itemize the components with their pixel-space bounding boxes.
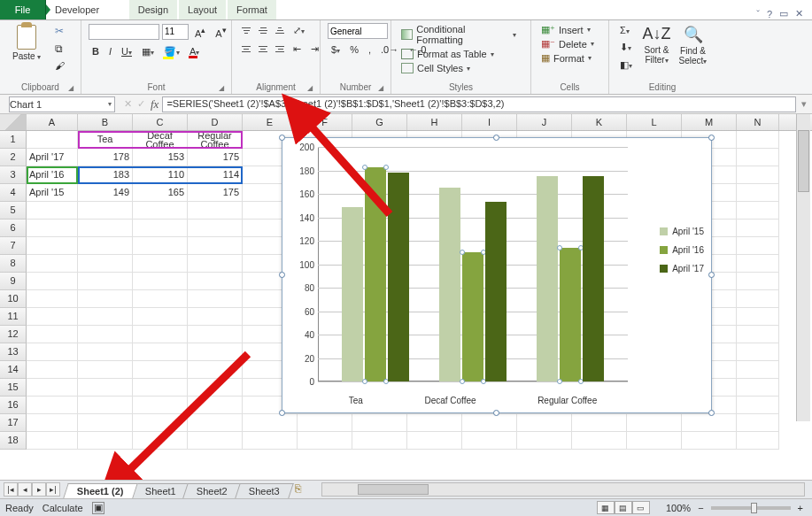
row-header-7[interactable]: 7 — [0, 237, 27, 255]
cell-D18[interactable] — [188, 432, 243, 450]
cell-D17[interactable] — [188, 414, 243, 432]
cell-D5[interactable] — [188, 202, 243, 219]
cut-button[interactable] — [51, 23, 68, 39]
cell-D11[interactable] — [188, 308, 243, 326]
expand-formula-bar-icon[interactable]: ▾ — [796, 98, 812, 110]
cell-A8[interactable] — [27, 255, 78, 273]
row-header-5[interactable]: 5 — [0, 202, 27, 219]
fx-icon[interactable]: fx — [151, 97, 159, 112]
cell-C1[interactable]: DecafCoffee — [133, 131, 188, 149]
cell-B15[interactable] — [78, 379, 133, 397]
cell-N3[interactable] — [737, 166, 779, 184]
horizontal-scrollbar[interactable] — [321, 482, 805, 497]
copy-button[interactable] — [51, 41, 68, 57]
row-header-16[interactable]: 16 — [0, 397, 27, 414]
legend-entry[interactable]: April '16 — [660, 245, 704, 255]
chart-tab-format[interactable]: Format — [228, 0, 276, 19]
conditional-formatting-button[interactable]: Conditional Formatting▾ — [398, 23, 523, 46]
cell-C17[interactable] — [133, 414, 188, 432]
cell-N14[interactable] — [737, 361, 779, 379]
cell-C11[interactable] — [133, 308, 188, 326]
cell-B6[interactable] — [78, 219, 133, 237]
first-sheet-button[interactable]: |◂ — [4, 482, 18, 497]
cell-F17[interactable] — [298, 414, 352, 432]
cell-A2[interactable]: April '17 — [27, 149, 78, 166]
cell-H18[interactable] — [407, 432, 462, 450]
comma-button[interactable]: , — [365, 42, 375, 57]
cell-C2[interactable]: 153 — [133, 149, 188, 166]
cell-A3[interactable]: April '16 — [27, 166, 78, 184]
ribbon-minimize-icon[interactable]: ˇ — [756, 9, 760, 19]
row-header-18[interactable]: 18 — [0, 432, 27, 450]
new-sheet-button[interactable]: ⎘ — [295, 482, 314, 497]
normal-view-button[interactable]: ▦ — [597, 501, 615, 514]
cell-N16[interactable] — [737, 397, 779, 414]
cell-B5[interactable] — [78, 202, 133, 219]
cell-B3[interactable]: 183 — [78, 166, 133, 184]
cell-N6[interactable] — [737, 219, 779, 237]
legend-entry[interactable]: April '17 — [660, 264, 704, 273]
cell-B10[interactable] — [78, 290, 133, 308]
cell-B1[interactable]: Tea — [78, 131, 133, 149]
row-header-8[interactable]: 8 — [0, 255, 27, 273]
cell-L17[interactable] — [627, 414, 682, 432]
cell-D8[interactable] — [188, 255, 243, 273]
cell-C9[interactable] — [133, 273, 188, 290]
shrink-font-button[interactable]: A▾ — [212, 23, 229, 41]
cell-N12[interactable] — [737, 326, 779, 343]
tab-developer[interactable]: Developer — [46, 0, 119, 19]
cell-A12[interactable] — [27, 326, 78, 343]
cell-D4[interactable]: 175 — [188, 184, 243, 202]
cell-C4[interactable]: 165 — [133, 184, 188, 202]
cell-A1[interactable] — [27, 131, 78, 149]
cell-N17[interactable] — [737, 414, 779, 432]
orientation-button[interactable]: ⤢▾ — [290, 23, 308, 38]
cell-D14[interactable] — [188, 361, 243, 379]
bar-Regular-Coffee-April-16[interactable] — [560, 248, 581, 381]
bar-Tea-April-15[interactable] — [342, 207, 363, 381]
bar-Tea-April-17[interactable] — [388, 173, 409, 381]
embedded-chart[interactable]: 020406080100120140160180200 TeaDecaf Cof… — [282, 137, 712, 413]
row-header-12[interactable]: 12 — [0, 326, 27, 343]
column-header-L[interactable]: L — [627, 114, 682, 130]
zoom-in-button[interactable]: + — [794, 501, 807, 515]
italic-button[interactable]: I — [105, 44, 115, 58]
row-header-11[interactable]: 11 — [0, 308, 27, 326]
cell-C10[interactable] — [133, 290, 188, 308]
cell-C3[interactable]: 110 — [133, 166, 188, 184]
page-break-view-button[interactable]: ▭ — [632, 501, 650, 514]
fill-color-button[interactable]: 🪣▾ — [160, 44, 183, 59]
cell-F18[interactable] — [298, 432, 352, 450]
cell-K18[interactable] — [572, 432, 627, 450]
vertical-scrollbar[interactable] — [796, 114, 810, 421]
insert-cells-button[interactable]: ▦⁺Insert▾ — [538, 23, 601, 36]
window-close-icon[interactable]: ✕ — [795, 8, 803, 19]
cell-B2[interactable]: 178 — [78, 149, 133, 166]
status-calculate[interactable]: Calculate — [43, 503, 83, 513]
delete-cells-button[interactable]: ▦⁻Delete▾ — [538, 37, 601, 50]
name-box[interactable]: Chart 1▾ — [9, 96, 115, 112]
cell-B17[interactable] — [78, 414, 133, 432]
align-middle-button[interactable] — [256, 24, 270, 37]
column-header-E[interactable]: E — [243, 114, 298, 130]
cell-E18[interactable] — [243, 432, 298, 450]
sheet-tab[interactable]: Sheet1 (2) — [63, 483, 137, 498]
cell-N7[interactable] — [737, 237, 779, 255]
cell-D12[interactable] — [188, 326, 243, 343]
number-format-select[interactable] — [328, 23, 388, 39]
cell-D13[interactable] — [188, 343, 243, 361]
cell-N18[interactable] — [737, 432, 779, 450]
cell-D1[interactable]: RegularCoffee — [188, 131, 243, 149]
cell-B7[interactable] — [78, 237, 133, 255]
cell-D15[interactable] — [188, 379, 243, 397]
row-header-3[interactable]: 3 — [0, 166, 27, 184]
zoom-level[interactable]: 100% — [666, 503, 691, 513]
cell-C5[interactable] — [133, 202, 188, 219]
page-layout-view-button[interactable]: ▤ — [615, 501, 632, 514]
cell-D9[interactable] — [188, 273, 243, 290]
align-center-button[interactable] — [256, 42, 270, 56]
worksheet-grid[interactable]: ABCDEFGHIJKLMN 1TeaDecafCoffeeRegularCof… — [0, 114, 812, 458]
cell-B16[interactable] — [78, 397, 133, 414]
column-header-I[interactable]: I — [462, 114, 517, 130]
cell-A7[interactable] — [27, 237, 78, 255]
